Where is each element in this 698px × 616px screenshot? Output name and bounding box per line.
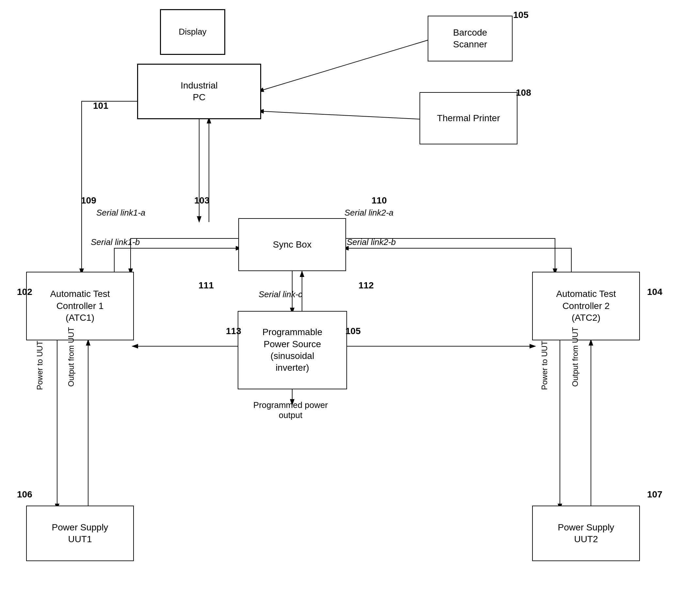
svg-line-3 xyxy=(258,111,421,119)
thermal-printer-box: Thermal Printer xyxy=(420,92,517,145)
atc2-label: Automatic TestController 2(ATC2) xyxy=(556,288,616,324)
prog-power-label: ProgrammablePower Source(sinusoidalinver… xyxy=(263,326,323,374)
industrial-pc-label: IndustrialPC xyxy=(181,80,218,104)
power-to-uut2-label: Power to UUT xyxy=(540,341,549,390)
power-supply1-label: Power SupplyUUT1 xyxy=(52,522,108,546)
display-box: Display xyxy=(160,9,225,55)
power-supply2-label: Power SupplyUUT2 xyxy=(558,522,614,546)
barcode-scanner-label: BarcodeScanner xyxy=(453,27,487,51)
atc1-label: Automatic TestController 1(ATC1) xyxy=(50,288,110,324)
ref-101: 101 xyxy=(93,100,108,111)
ref-113: 113 xyxy=(226,326,241,337)
output-from-uut1-label: Output from UUT xyxy=(67,327,76,387)
serial-link1a-label: Serial link1-a xyxy=(96,208,145,218)
industrial-pc-box: IndustrialPC xyxy=(137,64,261,119)
ref-111: 111 xyxy=(198,280,214,291)
ref-102: 102 xyxy=(17,287,32,297)
ref-112: 112 xyxy=(359,280,374,291)
display-label: Display xyxy=(179,26,206,38)
ref-106: 106 xyxy=(17,489,32,500)
system-diagram: Display IndustrialPC BarcodeScanner Ther… xyxy=(0,0,698,616)
ref-104: 104 xyxy=(647,287,662,297)
ref-105-ps: 105 xyxy=(345,326,361,337)
atc2-box: Automatic TestController 2(ATC2) xyxy=(532,272,640,340)
atc1-box: Automatic TestController 1(ATC1) xyxy=(26,272,134,340)
thermal-printer-label: Thermal Printer xyxy=(437,112,500,124)
serial-link2a-label: Serial link2-a xyxy=(345,208,393,218)
ref-105-bc: 105 xyxy=(513,10,529,20)
power-supply2-box: Power SupplyUUT2 xyxy=(532,506,640,561)
ref-103: 103 xyxy=(194,195,210,206)
output-from-uut2-label: Output from UUT xyxy=(571,327,580,387)
power-supply1-box: Power SupplyUUT1 xyxy=(26,506,134,561)
ref-108: 108 xyxy=(516,87,531,98)
serial-link2b-label: Serial link2-b xyxy=(347,237,396,247)
serial-link1b-label: Serial link1-b xyxy=(91,237,140,247)
sync-box-label: Sync Box xyxy=(273,239,311,250)
ref-110: 110 xyxy=(372,195,387,206)
ref-109: 109 xyxy=(81,195,96,206)
power-to-uut1-label: Power to UUT xyxy=(35,341,44,390)
serial-linkc-label: Serial link-c xyxy=(259,289,302,300)
prog-power-box: ProgrammablePower Source(sinusoidalinver… xyxy=(238,311,347,389)
sync-box: Sync Box xyxy=(238,218,346,271)
ref-107: 107 xyxy=(647,489,662,500)
svg-line-2 xyxy=(258,39,431,92)
programmed-output-label: Programmed poweroutput xyxy=(238,400,343,420)
barcode-scanner-box: BarcodeScanner xyxy=(428,16,513,61)
